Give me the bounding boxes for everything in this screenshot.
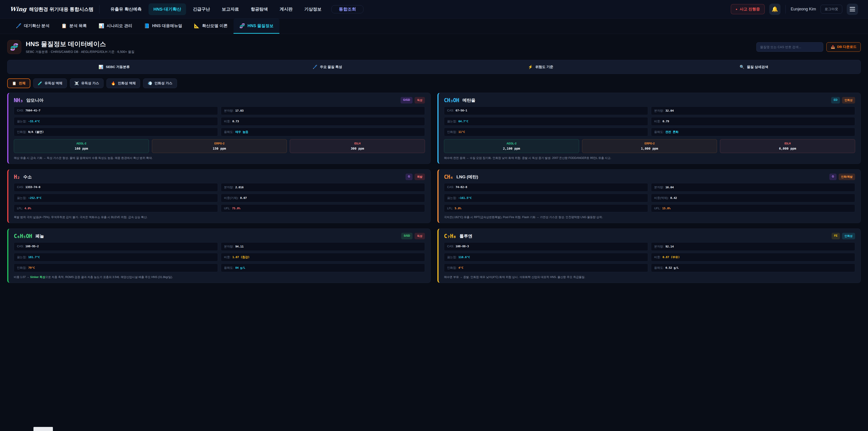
filter-chip-flammable-gas[interactable]: 💨 인화성 가스 (143, 79, 177, 88)
field-label: UFL: (224, 207, 230, 210)
db-download-label: DB 다운로드 (837, 45, 857, 49)
property-field-specific-gravity: 비중(기체):0.07 (221, 194, 425, 202)
field-value: -33.4°C (28, 120, 40, 123)
subtab-atmospheric-analysis[interactable]: 🖊️ 대기확산 분석 (10, 19, 55, 34)
threshold-label: IDLH (784, 142, 791, 145)
property-field-solubility: 용해도:매우 높음 (221, 128, 425, 136)
sebc-badge: G (405, 174, 412, 180)
field-value: 15.0% (662, 207, 671, 210)
field-label: CAS: (17, 245, 24, 248)
substance-note: 극저온(-162°C) 유출 시 RPT(급속상변환폭발), Pool Fire… (444, 215, 855, 219)
magnifier-icon: 🔍 (740, 65, 744, 69)
field-label: 끓는점: (17, 119, 27, 123)
subtab-label: 대기확산 분석 (24, 23, 50, 29)
nav-item-weather[interactable]: 기상정보 (299, 3, 327, 15)
threshold-label: AEGL-2 (76, 142, 86, 145)
bar-chart-icon: 📊 (98, 23, 104, 29)
field-label: 비중: (224, 119, 231, 123)
subtab-hns-response-manual[interactable]: 📘 HNS 대응매뉴얼 (138, 19, 188, 34)
section-tab-detail-search[interactable]: 🔍 물질 상세검색 (647, 60, 861, 74)
substance-name: LNG (메탄) (456, 174, 478, 180)
substance-card-toluene[interactable]: C₇H₈ 톨루엔 FE 인화성 CAS:108-88-3 분자량:92.14 끓… (437, 228, 861, 283)
property-field-specific-gravity: 비중(액체):0.42 (651, 194, 855, 202)
app-logo: Wing 해양환경 위기대응 통합시스템 (10, 6, 93, 12)
property-field-cas: CAS:74-82-8 (444, 183, 648, 192)
chemical-formula: C₇H₈ (444, 233, 456, 239)
field-value: 5.0% (455, 207, 461, 210)
user-name: Eunjeong Kim (791, 7, 816, 11)
menu-button[interactable] (847, 4, 858, 15)
substance-name: 수소 (23, 174, 32, 180)
aegl-threshold: AEGL-2160 ppm (14, 139, 149, 153)
substance-card-methanol[interactable]: CH₃OH 메탄올 ED 인화성 CAS:67-56-1 분자량:32.04 끓… (437, 93, 861, 164)
section-tab-label: 주요 물질 특성 (320, 65, 342, 69)
download-tray-icon: 📥 (831, 45, 835, 49)
subtab-diffusion-model-theory[interactable]: 📐 확산모델 이론 (188, 19, 234, 34)
integrated-query-pill: 통합조회 (331, 5, 364, 13)
property-field-specific-gravity: 비중:0.73 (221, 117, 425, 126)
substance-search-input[interactable] (756, 42, 823, 52)
field-value: -161.5°C (458, 196, 472, 199)
sebc-badge: ED (831, 97, 840, 103)
top-navigation-bar: Wing 해양환경 위기대응 통합시스템 유출유 확산예측 HNS·대기확산 긴… (0, 0, 868, 19)
field-value: 94.11 (235, 245, 244, 248)
property-fields: CAS:67-56-1 분자량:32.04 끓는점:64.7°C 비중:0.79… (444, 106, 855, 136)
chemical-formula: CH₃OH (444, 97, 459, 103)
field-value: 2.016 (235, 186, 244, 189)
db-download-button[interactable]: 📥 DB 다운로드 (827, 42, 861, 52)
property-field-molweight: 분자량:16.04 (651, 183, 855, 192)
aegl-threshold: AEGL-22,100 ppm (444, 139, 579, 153)
substance-card-hydrogen[interactable]: H₂ 수소 G 폭발 CAS:1333-74-0 분자량:2.016 끓는점:-… (7, 169, 431, 223)
badge-group: ED 인화성 (831, 97, 855, 103)
filter-chip-all[interactable]: 📋 전체 (7, 79, 30, 88)
nav-item-emergency-rescue[interactable]: 긴급구난 (188, 3, 215, 15)
subtab-hns-substance-info[interactable]: 🧬 HNS 물질정보 (234, 19, 279, 34)
hazard-badge: 인화성 (842, 233, 855, 239)
hazard-badge: 인화/폭발 (839, 174, 855, 180)
clipboard-icon: 📋 (12, 81, 17, 86)
property-field-cas: CAS:7664-41-7 (14, 106, 218, 115)
substance-card-phenol[interactable]: C₆H₅OH 페놀 S/SD 독성 CAS:108-95-2 분자량:94.11… (7, 228, 431, 283)
lightning-icon: ⚡ (528, 65, 533, 69)
hazard-badge: 독성 (414, 233, 425, 239)
property-field-flash-point: 인화점:N/A (불연) (14, 128, 218, 136)
subtab-scenario-management[interactable]: 📊 시나리오 관리 (93, 19, 138, 34)
field-value: 0.52 g/L (665, 266, 679, 269)
subtab-analysis-list[interactable]: 📋 분석 목록 (55, 19, 93, 34)
chip-label: 인화성 가스 (154, 81, 172, 86)
section-tab-label: 위험도 기준 (535, 65, 553, 69)
filter-chip-flammable-liquid[interactable]: 🔥 인화성 액체 (106, 79, 140, 88)
section-tab-sebc-classification[interactable]: 📊 SEBC 거동분류 (7, 60, 221, 74)
chemical-formula: NH₃ (14, 97, 23, 103)
nav-item-aerial-search[interactable]: 항공탐색 (246, 3, 273, 15)
threshold-label: ERPG-2 (214, 142, 224, 145)
sebc-badge: G/GD (401, 97, 412, 103)
nav-item-board[interactable]: 게시판 (275, 3, 298, 15)
filter-chip-toxic-gas[interactable]: ☠️ 유독성 가스 (70, 79, 103, 88)
field-label: 끓는점: (447, 255, 457, 259)
section-tab-key-properties[interactable]: 🖊️ 주요 물질 특성 (221, 60, 434, 74)
section-tab-label: SEBC 거동분류 (106, 65, 130, 69)
field-label: 분자량: (224, 109, 234, 113)
nav-item-reports[interactable]: 보고자료 (217, 3, 244, 15)
field-value: 108-88-3 (456, 245, 469, 248)
filter-chip-toxic-liquid[interactable]: 🧪 유독성 액체 (33, 79, 67, 88)
field-value: -252.9°C (28, 196, 41, 199)
substance-card-lng-methane[interactable]: CH₄ LNG (메탄) G 인화/폭발 CAS:74-82-8 분자량:16.… (437, 169, 861, 223)
header-actions: 📥 DB 다운로드 (756, 42, 861, 52)
threshold-value: 2,100 ppm (503, 147, 520, 150)
threshold-value: 1,000 ppm (641, 147, 658, 150)
field-label: 용해도: (224, 130, 234, 134)
field-label: 분자량: (654, 185, 664, 189)
card-header: CH₃OH 메탄올 ED 인화성 (444, 97, 855, 103)
substance-card-ammonia[interactable]: NH₃ 암모니아 G/GD 독성 CAS:7664-41-7 분자량:17.03… (7, 93, 431, 164)
nav-item-hns-atmospheric[interactable]: HNS·대기확산 (149, 3, 186, 15)
section-tab-risk-criteria[interactable]: ⚡ 위험도 기준 (434, 60, 647, 74)
substance-note: 해수에 완전 용해 → 수질 오염 장기화. 인화점 낮아 화재 위험. 증발 … (444, 156, 855, 160)
logout-button[interactable]: 로그아웃 (820, 5, 842, 13)
notification-button[interactable]: 🔔 (769, 4, 780, 15)
nav-item-integrated-query[interactable]: 통합조회 (334, 4, 361, 14)
property-field-boiling-point: 끓는점:-33.4°C (14, 117, 218, 126)
nav-item-oil-spill-prediction[interactable]: 유출유 확산예측 (105, 3, 147, 15)
sebc-badge: FE (832, 233, 840, 239)
